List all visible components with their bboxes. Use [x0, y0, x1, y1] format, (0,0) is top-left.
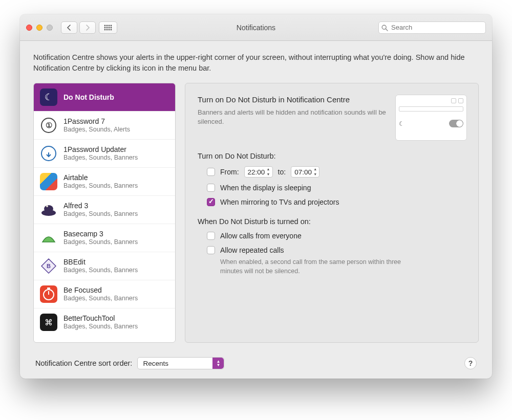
row-title: BBEdit — [63, 258, 138, 267]
bettertouchtool-icon: ⌘ — [40, 314, 57, 331]
sidebar-item-airtable[interactable]: Airtable Badges, Sounds, Banners — [34, 168, 175, 196]
close-window-button[interactable] — [26, 25, 32, 31]
from-time-value: 22:00 — [248, 168, 265, 176]
to-time-field[interactable]: 07:00 ▲▼ — [291, 166, 319, 178]
back-button[interactable] — [61, 21, 77, 34]
row-subtitle: Badges, Sounds, Banners — [63, 210, 138, 218]
svg-point-16 — [46, 205, 48, 207]
sort-order-select[interactable]: Recents ▲▼ — [137, 357, 224, 369]
opt-mirroring[interactable]: When mirroring to TVs and projectors — [198, 198, 467, 206]
intro-text: Notification Centre shows your alerts in… — [33, 52, 479, 74]
sidebar-item-alfred[interactable]: Alfred 3 Badges, Sounds, Banners — [34, 196, 175, 224]
sidebar-item-bbedit[interactable]: B BBEdit Badges, Sounds, Banners — [34, 252, 175, 280]
alfred-icon — [40, 201, 57, 218]
dnd-schedule-section: Turn on Do Not Disturb: From: 22:00 ▲▼ t… — [198, 152, 467, 206]
chevron-left-icon — [67, 25, 72, 31]
opt-from-time: From: 22:00 ▲▼ to: 07:00 ▲▼ — [198, 166, 467, 178]
svg-text:B: B — [47, 263, 51, 269]
svg-point-1 — [106, 25, 108, 26]
from-time-field[interactable]: 22:00 ▲▼ — [244, 166, 273, 178]
repeated-calls-checkbox[interactable] — [207, 246, 215, 254]
dropdown-caret-icon: ▲▼ — [212, 358, 224, 369]
settings-panel: Turn on Do Not Disturb in Notification C… — [185, 83, 479, 343]
svg-point-2 — [109, 25, 110, 26]
forward-button[interactable] — [79, 21, 96, 34]
sidebar-item-bettertouchtool[interactable]: ⌘ BetterTouchTool Badges, Sounds, Banner… — [34, 308, 175, 336]
opt-label: Allow repeated calls — [220, 246, 284, 254]
grid-icon — [104, 25, 112, 31]
row-subtitle: Badges, Sounds, Banners — [63, 295, 138, 302]
mirroring-checkbox[interactable] — [207, 198, 215, 206]
minimize-window-button[interactable] — [36, 25, 42, 31]
display-sleeping-checkbox[interactable] — [207, 184, 215, 192]
repeated-calls-note: When enabled, a second call from the sam… — [198, 257, 418, 276]
help-button[interactable]: ? — [464, 357, 477, 369]
svg-rect-21 — [47, 288, 50, 289]
from-checkbox[interactable] — [207, 168, 215, 176]
svg-point-8 — [104, 29, 106, 30]
search-icon — [381, 25, 388, 31]
sidebar-item-be-focused[interactable]: Be Focused Badges, Sounds, Banners — [34, 280, 175, 308]
to-time-value: 07:00 — [294, 168, 312, 176]
settings-header: Turn on Do Not Disturb in Notification C… — [198, 95, 467, 141]
moon-icon: ☾ — [399, 120, 404, 127]
settings-subheading: Banners and alerts will be hidden and no… — [198, 108, 386, 126]
1password-icon: ① — [40, 117, 57, 134]
notification-centre-preview: ☾ — [395, 95, 467, 141]
svg-point-10 — [109, 29, 110, 30]
sidebar-item-basecamp[interactable]: Basecamp 3 Badges, Sounds, Banners — [34, 224, 175, 252]
zoom-window-button[interactable] — [47, 25, 53, 31]
row-subtitle: Badges, Sounds, Banners — [63, 323, 138, 330]
stepper-icon[interactable]: ▲▼ — [312, 167, 318, 176]
svg-point-0 — [104, 25, 106, 26]
opt-allow-calls[interactable]: Allow calls from everyone — [198, 232, 467, 240]
row-title: Airtable — [63, 173, 138, 182]
chevron-right-icon — [85, 25, 90, 31]
svg-point-15 — [44, 205, 53, 212]
basecamp-icon — [40, 229, 57, 247]
row-subtitle: Badges, Sounds, Banners — [63, 154, 138, 162]
row-subtitle: Badges, Sounds, Banners — [63, 238, 138, 246]
1password-updater-icon — [40, 145, 57, 162]
sort-order-label: Notification Centre sort order: — [35, 359, 132, 367]
airtable-icon — [40, 173, 57, 190]
row-subtitle: Badges, Sounds, Banners — [63, 267, 138, 274]
moon-icon: ☾ — [40, 89, 57, 106]
from-label: From: — [220, 168, 239, 176]
preferences-window: Notifications Notification Centre shows … — [20, 14, 492, 379]
row-title: Be Focused — [63, 286, 138, 295]
window-body: Notification Centre shows your alerts in… — [20, 41, 492, 379]
settings-heading: Turn on Do Not Disturb in Notification C… — [198, 95, 386, 105]
svg-point-11 — [111, 29, 112, 30]
row-title: 1Password 7 — [63, 117, 130, 126]
svg-point-5 — [106, 27, 108, 28]
preview-bar — [399, 106, 463, 112]
app-list[interactable]: ☾ Do Not Disturb ① 1Password 7 Badges, S… — [33, 83, 176, 343]
titlebar: Notifications — [20, 14, 492, 41]
sidebar-item-1password-updater[interactable]: 1Password Updater Badges, Sounds, Banner… — [34, 140, 175, 168]
opt-display-sleeping[interactable]: When the display is sleeping — [198, 184, 467, 192]
svg-line-13 — [386, 29, 388, 31]
opt-label: Allow calls from everyone — [220, 232, 302, 240]
row-title: BetterTouchTool — [63, 314, 138, 323]
row-title: Do Not Disturb — [63, 93, 114, 102]
opt-label: When mirroring to TVs and projectors — [220, 198, 339, 206]
footer: Notification Centre sort order: Recents … — [33, 350, 479, 369]
opt-repeated-calls[interactable]: Allow repeated calls — [198, 246, 467, 254]
sort-order-value: Recents — [143, 360, 168, 367]
list-mini-icon — [458, 98, 463, 103]
section-label: Turn on Do Not Disturb: — [198, 152, 467, 160]
grid-button-group — [99, 21, 117, 34]
show-all-button[interactable] — [99, 21, 117, 34]
svg-point-6 — [109, 27, 110, 28]
svg-point-9 — [106, 29, 108, 30]
sidebar-item-1password[interactable]: ① 1Password 7 Badges, Sounds, Alerts — [34, 112, 175, 140]
allow-calls-checkbox[interactable] — [207, 232, 215, 240]
search-field-wrapper[interactable] — [378, 21, 486, 34]
opt-label: When the display is sleeping — [220, 184, 311, 192]
stepper-icon[interactable]: ▲▼ — [266, 167, 271, 176]
row-title: Alfred 3 — [63, 202, 138, 210]
sidebar-item-do-not-disturb[interactable]: ☾ Do Not Disturb — [34, 83, 175, 112]
search-input[interactable] — [391, 24, 482, 31]
row-title: Basecamp 3 — [63, 230, 138, 238]
